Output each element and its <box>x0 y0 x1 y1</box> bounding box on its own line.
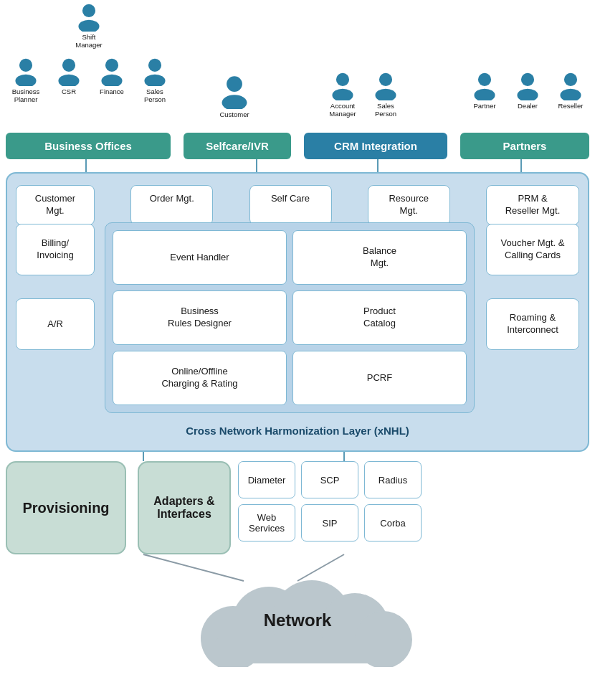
voucher-box: Voucher Mgt. &Calling Cards <box>486 224 579 275</box>
ar-box: A/R <box>16 298 95 350</box>
lower-section: Provisioning Adapters &Interfaces Diamet… <box>6 461 589 554</box>
svg-point-29 <box>560 89 581 100</box>
svg-point-23 <box>375 89 396 100</box>
person-partner: Partner <box>465 72 505 110</box>
business-offices-persons: Business Planner CSR Finance Sales Perso… <box>6 57 175 104</box>
self-care-box: Self Care <box>249 185 332 225</box>
svg-point-22 <box>379 73 392 86</box>
order-mgt-box: Order Mgt. <box>130 185 213 225</box>
svg-point-13 <box>58 75 79 86</box>
network-label: Network <box>264 610 332 630</box>
person-dealer: Dealer <box>508 72 548 110</box>
svg-point-8 <box>82 4 95 17</box>
person-reseller: Reseller <box>551 72 591 110</box>
person-partner-label: Partner <box>473 102 495 110</box>
network-section: Network <box>176 574 419 667</box>
right-column-boxes: Voucher Mgt. &Calling Cards Roaming &Int… <box>486 224 579 350</box>
business-offices-box: Business Offices <box>6 133 171 159</box>
corba-pill: Corba <box>364 504 422 541</box>
svg-rect-35 <box>215 638 401 663</box>
svg-point-14 <box>105 59 118 72</box>
svg-point-19 <box>222 95 247 109</box>
event-handler-box: Event Handler <box>113 230 287 285</box>
person-business-planner-label: Business Planner <box>6 88 46 104</box>
roaming-box: Roaming &Interconnect <box>486 298 579 350</box>
svg-point-28 <box>564 73 577 86</box>
provisioning-box: Provisioning <box>6 461 126 554</box>
person-business-planner: Business Planner <box>6 57 46 104</box>
billing-box: Billing/Invoicing <box>16 224 95 275</box>
person-finance: Finance <box>92 57 132 104</box>
person-account-manager-label: Account Manager <box>323 102 363 118</box>
svg-point-9 <box>78 20 99 32</box>
partners-box: Partners <box>460 133 589 159</box>
business-rules-box: BusinessRules Designer <box>113 290 287 345</box>
resource-mgt-box: ResourceMgt. <box>368 185 450 225</box>
svg-point-12 <box>62 59 75 72</box>
person-reseller-label: Reseller <box>558 102 584 110</box>
web-services-pill: WebServices <box>238 504 295 541</box>
top-modules-row: CustomerMgt. Order Mgt. Self Care Resour… <box>16 185 579 225</box>
adapters-box: Adapters &Interfaces <box>138 461 231 554</box>
radius-pill: Radius <box>364 461 422 498</box>
person-dealer-label: Dealer <box>518 102 538 110</box>
selfcare-box: Selfcare/IVR <box>184 133 291 159</box>
person-account-manager: Account Manager <box>323 72 363 118</box>
svg-point-26 <box>521 73 534 86</box>
diameter-pill: Diameter <box>238 461 295 498</box>
xnhl-bar: Cross Network Harmonization Layer (xNHL) <box>16 417 579 443</box>
balance-mgt-box: BalanceMgt. <box>292 230 467 285</box>
prm-box: PRM &Reseller Mgt. <box>486 185 579 225</box>
left-column-boxes: Billing/Invoicing A/R <box>16 224 95 350</box>
person-csr: CSR <box>49 57 89 104</box>
person-finance-label: Finance <box>100 88 124 95</box>
shift-manager-person: Shift Manager <box>69 3 109 49</box>
center-inner-grid: Event Handler BalanceMgt. BusinessRules … <box>105 222 475 413</box>
pcrf-box: PCRF <box>292 351 467 405</box>
product-catalog-box: ProductCatalog <box>292 290 467 345</box>
person-sales-person-bo-label: Sales Person <box>135 88 175 104</box>
svg-point-16 <box>148 59 161 72</box>
svg-point-11 <box>15 75 36 86</box>
person-sales-person-crm: Sales Person <box>366 72 406 118</box>
svg-point-17 <box>144 75 165 86</box>
adapters-right-grid: Diameter SCP Radius WebServices SIP Corb… <box>238 461 422 541</box>
shift-manager-label: Shift Manager <box>69 33 109 49</box>
online-charging-box: Online/OfflineCharging & Rating <box>113 351 287 405</box>
svg-point-18 <box>227 76 242 92</box>
diagram-container: Shift Manager Business Planner CSR Finan… <box>0 0 595 700</box>
sip-pill: SIP <box>301 504 358 541</box>
svg-point-27 <box>517 89 538 100</box>
svg-point-21 <box>332 89 353 100</box>
main-container: CustomerMgt. Order Mgt. Self Care Resour… <box>6 172 589 452</box>
svg-point-24 <box>478 73 491 86</box>
svg-point-20 <box>336 73 349 86</box>
person-sales-person-crm-label: Sales Person <box>366 102 406 118</box>
person-csr-label: CSR <box>62 88 76 95</box>
svg-point-25 <box>474 89 495 100</box>
person-sales-person-bo: Sales Person <box>135 57 175 104</box>
partners-persons: Partner Dealer Reseller <box>465 72 591 110</box>
crm-persons: Account Manager Sales Person <box>323 72 406 118</box>
customer-mgt-box: CustomerMgt. <box>16 185 95 225</box>
adapters-group: Adapters &Interfaces Diameter SCP Radius… <box>138 461 422 554</box>
header-boxes: Business Offices Selfcare/IVR CRM Integr… <box>6 133 589 159</box>
crm-box: CRM Integration <box>304 133 447 159</box>
scp-pill: SCP <box>301 461 358 498</box>
svg-point-15 <box>101 75 122 86</box>
customer-person: Customer <box>219 75 249 118</box>
customer-label: Customer <box>219 110 249 118</box>
svg-point-10 <box>19 59 32 72</box>
